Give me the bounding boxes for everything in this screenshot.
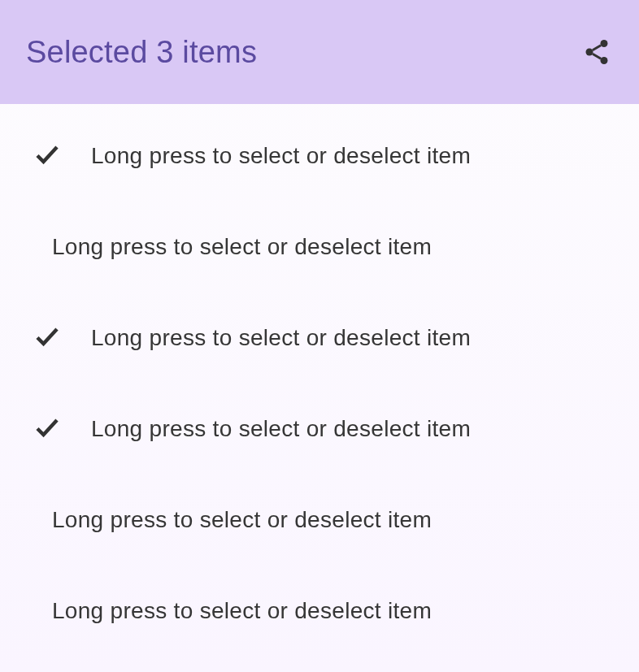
svg-point-0 — [601, 40, 608, 47]
header-bar: Selected 3 items — [0, 0, 639, 104]
item-label: Long press to select or deselect item — [91, 325, 471, 350]
list-item[interactable]: Long press to select or deselect item — [0, 293, 639, 384]
list-item[interactable]: Long press to select or deselect item — [0, 384, 639, 475]
check-slot — [33, 413, 91, 445]
list-item[interactable]: Long press to select or deselect item — [0, 475, 639, 566]
header-title: Selected 3 items — [26, 35, 257, 70]
item-list: Long press to select or deselect item Lo… — [0, 104, 639, 657]
share-icon[interactable] — [580, 36, 613, 68]
item-text-wrap: Long press to select or deselect item — [52, 598, 432, 624]
item-text-wrap: Long press to select or deselect item — [91, 143, 471, 169]
item-label: Long press to select or deselect item — [52, 234, 432, 259]
item-text-wrap: Long press to select or deselect item — [52, 234, 432, 260]
item-text-wrap: Long press to select or deselect item — [91, 325, 471, 351]
item-text-wrap: Long press to select or deselect item — [91, 416, 471, 442]
item-text-wrap: Long press to select or deselect item — [52, 507, 432, 533]
list-item[interactable]: Long press to select or deselect item — [0, 111, 639, 202]
check-slot — [33, 322, 91, 354]
check-icon — [33, 140, 62, 172]
check-slot — [33, 140, 91, 172]
svg-point-2 — [601, 57, 608, 64]
list-item[interactable]: Long press to select or deselect item — [0, 566, 639, 657]
item-label: Long press to select or deselect item — [52, 598, 432, 623]
svg-point-1 — [586, 49, 593, 56]
item-label: Long press to select or deselect item — [91, 143, 471, 168]
check-icon — [33, 322, 62, 354]
list-item[interactable]: Long press to select or deselect item — [0, 202, 639, 293]
item-label: Long press to select or deselect item — [91, 416, 471, 441]
item-label: Long press to select or deselect item — [52, 507, 432, 532]
check-icon — [33, 413, 62, 445]
